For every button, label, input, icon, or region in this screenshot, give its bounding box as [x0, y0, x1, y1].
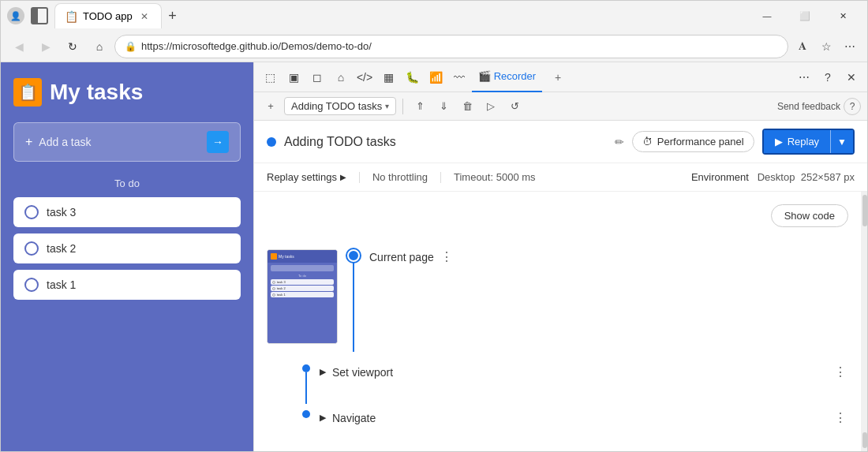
set-viewport-more-icon[interactable]: ⋮ — [834, 364, 848, 379]
send-feedback-link[interactable]: Send feedback — [777, 101, 840, 112]
devtools-close-icon[interactable]: ✕ — [840, 66, 862, 88]
tab-close-button[interactable]: ✕ — [137, 9, 152, 24]
performance-panel-button[interactable]: ⏱ Performance panel — [632, 131, 754, 152]
task-checkbox-1[interactable] — [24, 278, 39, 292]
sidebar-toggle[interactable] — [31, 7, 48, 24]
todo-app: 📋 My tasks + Add a task → To do task 3 t… — [1, 62, 253, 451]
task-item-1[interactable]: task 1 — [13, 270, 241, 300]
replay-settings-arrow-icon: ▶ — [340, 173, 346, 181]
current-page-header: Current page ⋮ — [369, 249, 455, 264]
task-checkbox-2[interactable] — [24, 241, 39, 256]
timeout-setting: Timeout: 5000 ms — [454, 171, 536, 183]
recording-selector-label: Adding TODO tasks — [291, 100, 382, 112]
scrollbar-bottom-thumb[interactable] — [862, 432, 867, 448]
todo-app-title: My tasks — [50, 80, 143, 105]
devtools-more-icon[interactable]: ⋯ — [793, 66, 815, 88]
add-panel-button[interactable]: + — [547, 66, 569, 88]
home-panel-icon[interactable]: ⌂ — [330, 66, 352, 88]
navigate-more-icon[interactable]: ⋮ — [834, 410, 848, 425]
replay-step-icon[interactable]: ↺ — [504, 96, 525, 117]
replay-button[interactable]: ▶ Replay — [764, 130, 830, 153]
step-navigate: ▶ Navigate ⋮ — [302, 407, 848, 428]
perf-panel-label: Performance panel — [657, 136, 744, 148]
network-icon[interactable]: 📶 — [425, 66, 447, 88]
refresh-button[interactable]: ↻ — [61, 35, 84, 58]
devtools-help-icon[interactable]: ? — [817, 66, 839, 88]
scrollbar-thumb[interactable] — [862, 195, 867, 226]
edit-name-icon[interactable]: ✏ — [615, 136, 624, 148]
steps-list: My tasks To do task 3 task 2 task 1 — [267, 240, 848, 428]
todo-app-icon: 📋 — [13, 78, 42, 106]
replay-dropdown-button[interactable]: ▼ — [830, 130, 853, 153]
replay-settings-bar: Replay settings ▶ No throttling Timeout:… — [254, 163, 867, 192]
inspect-element-icon[interactable]: ⬚ — [259, 66, 281, 88]
new-tab-button[interactable]: + — [162, 5, 184, 27]
preview-mini-todo: My tasks To do task 3 task 2 task 1 — [268, 250, 337, 343]
replay-label: Replay — [788, 136, 819, 148]
profile-avatar[interactable]: 👤 — [7, 7, 24, 24]
recorder-scrollbar — [861, 192, 867, 451]
play-step-icon[interactable]: ▷ — [481, 96, 501, 117]
back-button[interactable]: ◀ — [7, 35, 31, 58]
navigate-content: ▶ Navigate ⋮ — [320, 410, 848, 425]
elements-panel-icon[interactable]: ◻ — [306, 66, 328, 88]
nav-right-icons: 𝐀 ☆ ⋯ — [791, 35, 861, 58]
set-viewport-title: Set viewport — [332, 366, 393, 379]
devtools-panel: ⬚ ▣ ◻ ⌂ </> ▦ 🐛 📶 〰 🎬 Recorder + ⋯ ? ✕ — [253, 62, 867, 451]
minimize-button[interactable]: — — [749, 3, 785, 28]
set-viewport-header: ▶ Set viewport ⋮ — [320, 364, 848, 379]
show-code-area: Show code — [267, 204, 848, 227]
navigate-header: ▶ Navigate ⋮ — [320, 410, 848, 425]
home-button[interactable]: ⌂ — [88, 35, 111, 58]
current-page-more-icon[interactable]: ⋮ — [440, 249, 455, 264]
sources-icon[interactable]: ▦ — [377, 66, 399, 88]
move-down-icon[interactable]: ⇓ — [433, 96, 454, 117]
set-viewport-expand-icon[interactable]: ▶ — [320, 367, 326, 377]
todo-header: 📋 My tasks — [13, 78, 241, 106]
help-button[interactable]: ? — [844, 98, 861, 115]
move-up-icon[interactable]: ⇑ — [410, 96, 430, 117]
recorder-body: Show code — [254, 192, 867, 451]
devtools-secondary-toolbar: + Adding TODO tasks ▾ ⇑ ⇓ 🗑 ▷ ↺ Send fee… — [254, 92, 867, 121]
recorder-tab[interactable]: 🎬 Recorder — [472, 62, 542, 92]
replay-settings-text: Replay settings — [267, 171, 337, 183]
close-button[interactable]: ✕ — [825, 3, 861, 28]
replay-settings-toggle[interactable]: Replay settings ▶ — [267, 171, 346, 183]
address-bar[interactable]: 🔒 https://microsoftedge.github.io/Demos/… — [114, 35, 788, 58]
navigate-expand-icon[interactable]: ▶ — [320, 413, 326, 423]
toolbar2-add-button[interactable]: + — [260, 96, 281, 117]
current-page-step-content: Current page ⋮ — [369, 249, 455, 264]
plus-icon: + — [25, 135, 32, 149]
task-checkbox-3[interactable] — [24, 205, 39, 219]
page-preview: My tasks To do task 3 task 2 task 1 — [267, 249, 338, 344]
add-task-button[interactable]: + Add a task → — [13, 122, 241, 162]
toolbar2-separator — [402, 99, 403, 114]
task-item-3[interactable]: task 3 — [13, 197, 241, 227]
current-page-title: Current page — [369, 251, 434, 263]
nav-bar: ◀ ▶ ↻ ⌂ 🔒 https://microsoftedge.github.i… — [1, 31, 867, 62]
task-item-2[interactable]: task 2 — [13, 233, 241, 263]
favorites-icon[interactable]: ☆ — [815, 35, 837, 58]
active-tab[interactable]: 📋 TODO app ✕ — [54, 3, 162, 28]
console-icon[interactable]: </> — [354, 66, 376, 88]
recording-name: Adding TODO tasks — [284, 135, 607, 149]
browser-more-icon[interactable]: ⋯ — [839, 35, 861, 58]
device-toolbar-icon[interactable]: ▣ — [282, 66, 305, 88]
recording-selector-dropdown[interactable]: Adding TODO tasks ▾ — [284, 97, 396, 115]
main-content: 📋 My tasks + Add a task → To do task 3 t… — [1, 62, 867, 451]
debugger-icon[interactable]: 🐛 — [401, 66, 423, 88]
settings-separator-1 — [359, 172, 360, 183]
recorder-main: Show code — [254, 192, 861, 451]
forward-button[interactable]: ▶ — [34, 35, 58, 58]
maximize-button[interactable]: ⬜ — [787, 3, 823, 28]
recording-indicator — [267, 137, 276, 147]
perf-icon: ⏱ — [642, 136, 653, 148]
window-controls: — ⬜ ✕ — [749, 3, 861, 28]
scrollbar-track — [862, 228, 866, 432]
performance-icon[interactable]: 〰 — [448, 66, 470, 88]
devtools-toolbar: ⬚ ▣ ◻ ⌂ </> ▦ 🐛 📶 〰 🎬 Recorder + ⋯ ? ✕ — [254, 62, 867, 92]
delete-step-icon[interactable]: 🗑 — [457, 96, 477, 117]
show-code-button[interactable]: Show code — [771, 204, 848, 227]
dropdown-chevron-icon: ▾ — [385, 102, 389, 110]
read-aloud-icon[interactable]: 𝐀 — [791, 35, 814, 58]
